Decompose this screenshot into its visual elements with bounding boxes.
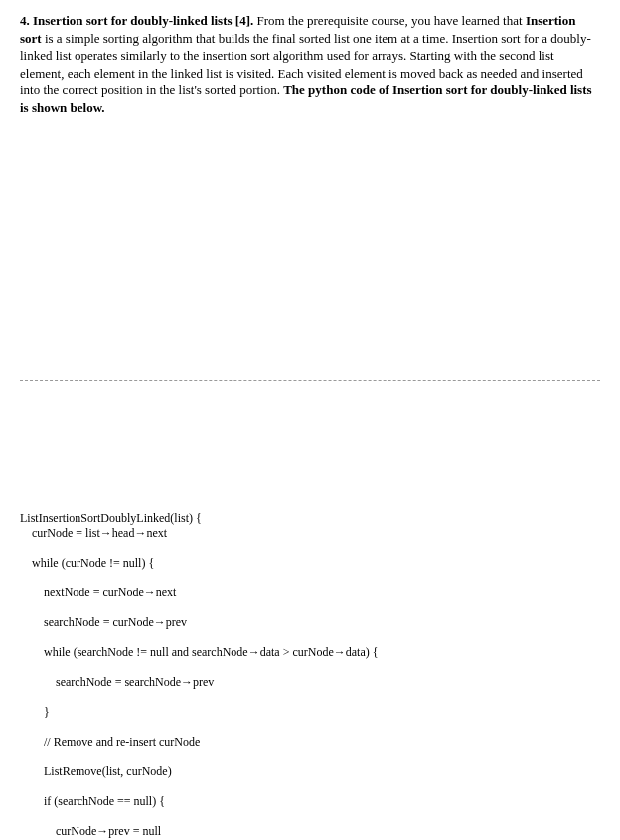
code-line: if (searchNode == null) { — [20, 794, 600, 809]
code-line: while (searchNode != null and searchNode… — [20, 645, 600, 660]
code-line: curNode→prev = null — [20, 824, 600, 839]
code-block: ListInsertionSortDoublyLinked(list) { cu… — [20, 496, 600, 840]
code-line: while (curNode != null) { — [20, 556, 600, 571]
code-line: searchNode = searchNode→prev — [20, 675, 600, 690]
question-heading: 4. Insertion sort for doubly-linked list… — [20, 13, 253, 28]
code-line: // Remove and re-insert curNode — [20, 735, 600, 750]
intro-paragraph: 4. Insertion sort for doubly-linked list… — [20, 12, 600, 116]
figure-placeholder — [20, 124, 600, 381]
code-line: nextNode = curNode→next — [20, 586, 600, 600]
code-line: } — [20, 705, 600, 720]
code-line: ListInsertionSortDoublyLinked(list) { — [20, 511, 202, 525]
intro-text-1: From the prerequisite course, you have l… — [253, 13, 526, 28]
code-line: searchNode = curNode→prev — [20, 615, 600, 630]
code-line: ListRemove(list, curNode) — [20, 764, 600, 779]
code-line: curNode = list→head→next — [20, 526, 600, 541]
